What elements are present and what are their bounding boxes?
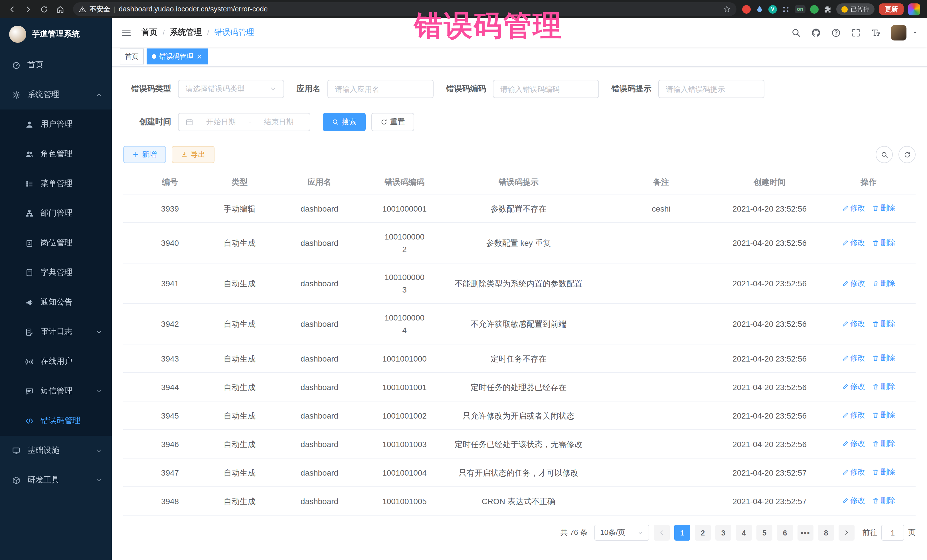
delete-link[interactable]: 删除	[872, 380, 895, 393]
sidebar-item-menu[interactable]: 菜单管理	[0, 169, 112, 199]
extension-icon-v[interactable]: V	[768, 5, 777, 14]
sidebar-item-notice[interactable]: 通知公告	[0, 287, 112, 317]
export-button[interactable]: 导出	[172, 146, 214, 163]
next-page-button[interactable]	[839, 525, 854, 540]
extensions-puzzle-icon[interactable]	[823, 5, 832, 14]
browser-profile-avatar[interactable]	[908, 3, 920, 15]
page-button-3[interactable]: 3	[715, 525, 731, 540]
browser-forward-button[interactable]	[21, 2, 35, 17]
extension-icon-green[interactable]	[810, 5, 819, 14]
delete-link[interactable]: 删除	[872, 237, 895, 249]
page-button-6[interactable]: 6	[777, 525, 793, 540]
tag-错误码管理[interactable]: 错误码管理	[147, 49, 208, 64]
sidebar-item-dept[interactable]: 部门管理	[0, 199, 112, 228]
cell-message: 参数配置不存在	[432, 194, 605, 223]
delete-link[interactable]: 删除	[872, 409, 895, 422]
extension-icon-red[interactable]	[742, 5, 751, 14]
edit-link[interactable]: 修改	[842, 317, 865, 330]
delete-link[interactable]: 删除	[872, 277, 895, 290]
sidebar-item-dev-tools[interactable]: 研发工具	[0, 465, 112, 495]
sidebar-item-dict[interactable]: 字典管理	[0, 258, 112, 287]
column-header[interactable]: 编号	[123, 171, 217, 194]
column-header[interactable]: 操作	[821, 171, 916, 194]
app-name-input[interactable]	[327, 80, 433, 98]
tag-首页[interactable]: 首页	[120, 49, 144, 64]
cell-id: 3948	[123, 487, 217, 515]
goto-page-input[interactable]	[881, 525, 904, 540]
extension-icon-drop[interactable]	[755, 5, 764, 14]
github-icon[interactable]	[811, 28, 821, 37]
prev-page-button[interactable]	[654, 525, 670, 540]
edit-link[interactable]: 修改	[842, 202, 865, 214]
app-logo[interactable]: 芋道管理系统	[0, 18, 112, 50]
more-pages-button[interactable]: •••	[798, 525, 813, 540]
help-icon[interactable]	[831, 28, 841, 37]
page-button-2[interactable]: 2	[695, 525, 711, 540]
error-hint-input[interactable]	[658, 80, 764, 98]
sidebar-item-audit-log[interactable]: 审计日志	[0, 317, 112, 347]
browser-home-button[interactable]	[53, 2, 67, 17]
column-header[interactable]: 备注	[605, 171, 718, 194]
search-button[interactable]: 搜索	[323, 113, 366, 131]
error-type-select[interactable]: 请选择错误码类型	[178, 80, 284, 98]
delete-link[interactable]: 删除	[872, 466, 895, 478]
sidebar-item-label: 通知公告	[41, 297, 73, 307]
browser-toolbar: 不安全 | dashboard.yudao.iocoder.cn/system/…	[0, 0, 927, 18]
delete-link[interactable]: 删除	[872, 437, 895, 450]
sidebar-item-online-user[interactable]: 在线用户	[0, 347, 112, 376]
column-header[interactable]: 错误码编码	[377, 171, 432, 194]
sidebar-item-system[interactable]: 系统管理	[0, 80, 112, 109]
sidebar-item-home[interactable]: 首页	[0, 50, 112, 80]
delete-link[interactable]: 删除	[872, 352, 895, 364]
edit-link[interactable]: 修改	[842, 466, 865, 478]
date-range-picker[interactable]: 开始日期 - 结束日期	[178, 113, 310, 131]
hamburger-icon[interactable]	[121, 27, 132, 38]
delete-link[interactable]: 删除	[872, 495, 895, 507]
address-bar[interactable]: 不安全 | dashboard.yudao.iocoder.cn/system/…	[73, 2, 737, 16]
edit-link[interactable]: 修改	[842, 277, 865, 290]
page-button-4[interactable]: 4	[736, 525, 752, 540]
header-search-icon[interactable]	[791, 28, 801, 37]
browser-reload-button[interactable]	[36, 2, 51, 17]
extension-icon-on[interactable]: on	[795, 5, 805, 13]
edit-link[interactable]: 修改	[842, 380, 865, 393]
delete-link[interactable]: 删除	[872, 202, 895, 214]
fullscreen-icon[interactable]	[851, 28, 861, 37]
add-button[interactable]: 新增	[123, 146, 166, 163]
sidebar-item-error-code[interactable]: 错误码管理	[0, 406, 112, 436]
close-icon[interactable]	[196, 53, 202, 59]
edit-link[interactable]: 修改	[842, 495, 865, 507]
column-header[interactable]: 应用名	[263, 171, 377, 194]
edit-link[interactable]: 修改	[842, 237, 865, 249]
extension-icon-grid[interactable]	[781, 5, 790, 14]
breadcrumb-item[interactable]: 首页	[141, 27, 158, 38]
edit-link[interactable]: 修改	[842, 437, 865, 450]
avatar-caret-down-icon[interactable]	[912, 30, 918, 35]
bookmark-star-icon[interactable]	[723, 5, 731, 13]
column-header[interactable]: 错误码提示	[432, 171, 605, 194]
sidebar-item-sms[interactable]: 短信管理	[0, 376, 112, 406]
page-button-1[interactable]: 1	[674, 525, 690, 540]
reset-button[interactable]: 重置	[371, 113, 414, 131]
sidebar-item-role[interactable]: 角色管理	[0, 139, 112, 169]
user-avatar[interactable]	[891, 25, 906, 40]
sidebar-item-infra[interactable]: 基础设施	[0, 436, 112, 465]
page-button-5[interactable]: 5	[757, 525, 772, 540]
sidebar-item-post[interactable]: 岗位管理	[0, 228, 112, 258]
update-button[interactable]: 更新	[879, 3, 904, 15]
font-size-icon[interactable]	[871, 28, 881, 37]
paused-badge[interactable]: 已暂停	[836, 3, 874, 15]
column-header[interactable]: 类型	[217, 171, 263, 194]
delete-link[interactable]: 删除	[872, 317, 895, 330]
column-header[interactable]: 创建时间	[718, 171, 821, 194]
refresh-table-button[interactable]	[898, 146, 916, 163]
edit-link[interactable]: 修改	[842, 352, 865, 364]
breadcrumb-item[interactable]: 系统管理	[170, 27, 202, 38]
page-size-select[interactable]: 10条/页	[594, 525, 649, 540]
page-button-8[interactable]: 8	[818, 525, 834, 540]
edit-link[interactable]: 修改	[842, 409, 865, 422]
toggle-search-button[interactable]	[876, 146, 893, 163]
browser-back-button[interactable]	[5, 2, 20, 17]
sidebar-item-user[interactable]: 用户管理	[0, 109, 112, 139]
error-code-input[interactable]	[493, 80, 599, 98]
